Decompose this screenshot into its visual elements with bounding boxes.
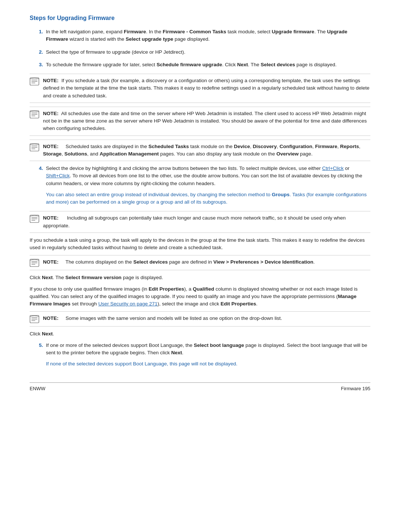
note-2-icon: [30, 110, 40, 118]
step-4-para-2: You can also select an entire group inst…: [46, 191, 370, 206]
step-2-text: Select the type of firmware to upgrade (…: [46, 49, 185, 55]
note-5-label: NOTE:: [43, 259, 59, 265]
step-4-para-6: Click Next.: [30, 330, 370, 338]
step-2: Select the type of firmware to upgrade (…: [44, 48, 370, 56]
steps-list: In the left navigation pane, expand Firm…: [41, 28, 370, 68]
note-1-label: NOTE:: [43, 78, 59, 83]
step-4-para-5: If you chose to only use qualified firmw…: [30, 285, 370, 308]
step-3: To schedule the firmware upgrade for lat…: [44, 61, 370, 68]
note-4-icon: [30, 215, 40, 223]
note-3-content: NOTE: Scheduled tasks are displayed in t…: [43, 143, 370, 158]
note-2-content: NOTE: All schedules use the date and tim…: [43, 110, 370, 133]
note-5-icon: [30, 259, 40, 267]
footer-left: ENWW: [30, 386, 46, 391]
step-5-para-2: If none of the selected devices support …: [46, 360, 370, 368]
note-4: NOTE: Including all subgroups can potent…: [30, 211, 370, 233]
step-4: Select the device by highlighting it and…: [44, 165, 370, 206]
note-1-icon: [30, 77, 40, 86]
step-1-text: In the left navigation pane, expand Firm…: [46, 29, 347, 42]
note-1: NOTE: If you schedule a task (for exampl…: [30, 74, 370, 103]
note-6-content: NOTE: Some images with the same version …: [43, 315, 282, 322]
step-4-para-3: If you schedule a task using a group, th…: [30, 237, 370, 252]
note-6: NOTE: Some images with the same version …: [30, 311, 370, 327]
note-1-content: NOTE: If you schedule a task (for exampl…: [43, 77, 370, 100]
note-3: NOTE: Scheduled tasks are displayed in t…: [30, 140, 370, 161]
page-title: Steps for Upgrading Firmware: [30, 15, 370, 21]
note-4-content: NOTE: Including all subgroups can potent…: [43, 214, 370, 230]
note-4-label: NOTE:: [43, 215, 59, 221]
note-3-icon: [30, 143, 40, 151]
footer-right: Firmware 195: [341, 386, 370, 391]
note-3-label: NOTE:: [43, 144, 59, 149]
step-3-text: To schedule the firmware upgrade for lat…: [46, 62, 337, 67]
shift-click-link[interactable]: Shift+Click: [46, 173, 70, 178]
note-2-label: NOTE:: [43, 111, 59, 116]
step-5: If one or more of the selected devices s…: [44, 342, 370, 368]
steps-list-4: Select the device by highlighting it and…: [41, 165, 370, 206]
step-4-para-4: Click Next. The Select firmware version …: [30, 274, 370, 281]
note-5-content: NOTE: The columns displayed on the Selec…: [43, 258, 315, 266]
note-5: NOTE: The columns displayed on the Selec…: [30, 255, 370, 270]
step-5-text-1: If one or more of the selected devices s…: [46, 342, 367, 355]
ctrl-click-link[interactable]: Ctrl+Click: [322, 165, 344, 171]
footer: ENWW Firmware 195: [30, 382, 370, 391]
note-6-label: NOTE:: [43, 315, 59, 321]
step-1: In the left navigation pane, expand Firm…: [44, 28, 370, 43]
note-2: NOTE: All schedules use the date and tim…: [30, 107, 370, 136]
note-6-icon: [30, 315, 40, 323]
user-security-link[interactable]: User Security on page 271: [98, 301, 157, 307]
step-4-text-1: Select the device by highlighting it and…: [46, 165, 362, 186]
steps-list-5: If one or more of the selected devices s…: [41, 342, 370, 368]
